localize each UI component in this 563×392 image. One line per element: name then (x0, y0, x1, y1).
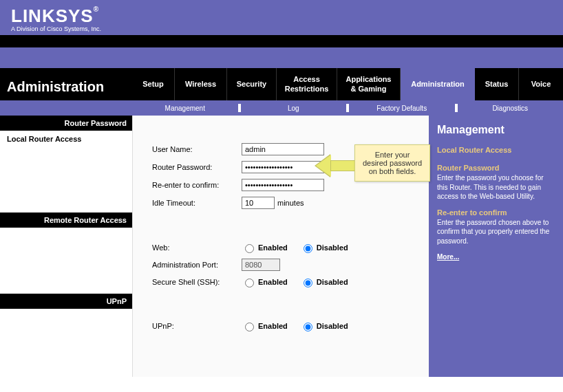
tab-applications-gaming[interactable]: Applications & Gaming (337, 68, 401, 100)
username-label: User Name: (152, 145, 242, 153)
nav-tabs: Setup Wireless Security Access Restricti… (132, 68, 563, 100)
section-upnp: UPnP (0, 294, 132, 309)
tab-wireless[interactable]: Wireless (175, 68, 227, 100)
brand-logo: LINKSYS® (11, 6, 552, 27)
username-input[interactable] (242, 143, 324, 155)
row-admin-port: Administration Port: (152, 259, 418, 271)
router-password-label: Router Password: (152, 163, 242, 171)
subnav-factory-defaults[interactable]: Factory Defaults (349, 105, 455, 112)
ssh-disabled-option[interactable]: Disabled (300, 276, 348, 287)
admin-port-label: Administration Port: (152, 261, 242, 269)
ssh-enabled-option[interactable]: Enabled (242, 276, 288, 287)
tab-voice[interactable]: Voice (519, 68, 563, 100)
web-label: Web: (152, 243, 242, 252)
upnp-enabled-radio[interactable] (245, 323, 254, 331)
upnp-label: UPnP: (152, 322, 242, 330)
form-area: User Name: Router Password: Re-enter to … (132, 116, 429, 377)
row-web: Web: Enabled Disabled (152, 242, 418, 253)
subnav-diagnostics[interactable]: Diagnostics (458, 105, 564, 112)
help-heading-local-access: Local Router Access (437, 146, 555, 154)
subnav: Management Log Factory Defaults Diagnost… (0, 100, 563, 116)
arrow-icon (316, 155, 331, 177)
spacer-top (0, 47, 563, 68)
help-more-link[interactable]: More... (437, 253, 459, 261)
nav-row: Administration Setup Wireless Security A… (0, 68, 563, 100)
tab-security[interactable]: Security (227, 68, 277, 100)
row-upnp: UPnP: Enabled Disabled (152, 320, 418, 331)
upnp-enabled-option[interactable]: Enabled (242, 320, 288, 331)
confirm-password-label: Re-enter to confirm: (152, 181, 242, 189)
web-disabled-radio[interactable] (304, 244, 312, 253)
page-title: Administration (0, 68, 132, 100)
help-heading-router-password: Router Password (437, 164, 555, 172)
tab-administration[interactable]: Administration (401, 68, 475, 100)
row-idle-timeout: Idle Timeout: minutes (152, 197, 418, 209)
tab-access-restrictions[interactable]: Access Restrictions (277, 68, 337, 100)
idle-timeout-unit: minutes (277, 199, 304, 207)
web-radio-group: Enabled Disabled (242, 242, 348, 253)
ssh-radio-group: Enabled Disabled (242, 276, 348, 287)
web-enabled-option[interactable]: Enabled (242, 242, 288, 253)
section-local-router-access: Local Router Access (0, 131, 132, 147)
tab-setup[interactable]: Setup (132, 68, 175, 100)
black-strip (0, 35, 563, 47)
main: Router Password Local Router Access Remo… (0, 116, 563, 377)
upnp-disabled-radio[interactable] (304, 323, 312, 331)
section-router-password: Router Password (0, 116, 132, 131)
subnav-management[interactable]: Management (132, 105, 238, 112)
help-text-router-password: Enter the password you choose for this R… (437, 173, 555, 202)
brand-suffix: ® (94, 6, 99, 13)
spacer (0, 228, 132, 294)
router-password-input[interactable] (242, 161, 324, 173)
row-ssh: Secure Shell (SSH): Enabled Disabled (152, 276, 418, 287)
section-remote-router-access: Remote Router Access (0, 213, 132, 228)
helper-callout: Enter your desired password on both fiel… (354, 144, 430, 182)
ssh-disabled-radio[interactable] (304, 279, 312, 287)
web-enabled-radio[interactable] (245, 244, 254, 253)
left-column: Router Password Local Router Access Remo… (0, 116, 132, 377)
web-disabled-option[interactable]: Disabled (300, 242, 348, 253)
upnp-disabled-option[interactable]: Disabled (300, 320, 348, 331)
help-title: Management (437, 124, 555, 136)
confirm-password-input[interactable] (242, 179, 324, 191)
idle-timeout-input[interactable] (242, 197, 275, 209)
brand-text: LINKSYS (11, 6, 94, 26)
help-panel: Management Local Router Access Router Pa… (429, 116, 563, 377)
callout-text: Enter your desired password on both fiel… (363, 151, 422, 175)
spacer (0, 147, 132, 213)
help-text-reenter: Enter the password chosen above to confi… (437, 218, 555, 246)
ssh-label: Secure Shell (SSH): (152, 278, 242, 286)
upnp-radio-group: Enabled Disabled (242, 320, 348, 331)
ssh-enabled-radio[interactable] (245, 279, 254, 287)
idle-timeout-label: Idle Timeout: (152, 199, 242, 207)
help-heading-reenter: Re-enter to confirm (437, 208, 555, 217)
tab-status[interactable]: Status (475, 68, 519, 100)
arrow-body (330, 160, 355, 171)
header: LINKSYS® A Division of Cisco Systems, In… (0, 0, 563, 35)
admin-port-input (242, 259, 280, 271)
brand-subtitle: A Division of Cisco Systems, Inc. (11, 25, 552, 32)
subnav-log[interactable]: Log (241, 105, 347, 112)
